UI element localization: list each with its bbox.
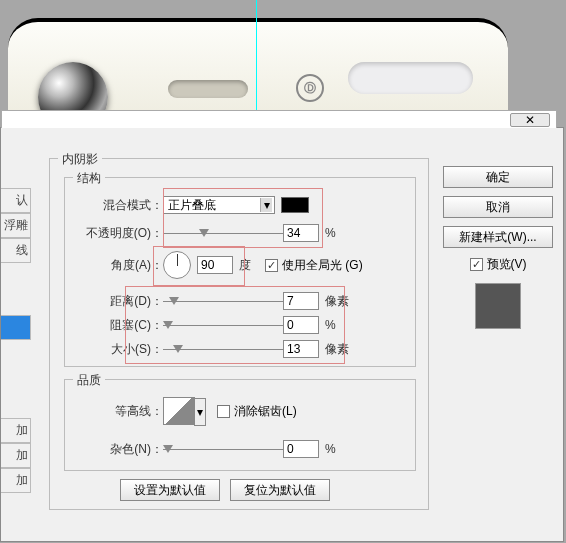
- quality-legend: 品质: [73, 372, 105, 389]
- distance-unit: 像素: [325, 293, 349, 310]
- size-slider[interactable]: [163, 341, 283, 357]
- reset-default-button[interactable]: 复位为默认值: [230, 479, 330, 501]
- anti-alias-label: 消除锯齿(L): [234, 403, 297, 420]
- preview-swatch: [475, 283, 521, 329]
- make-default-button[interactable]: 设置为默认值: [120, 479, 220, 501]
- contour-picker[interactable]: ▾: [163, 397, 195, 425]
- noise-input[interactable]: 0: [283, 440, 319, 458]
- quality-group: 品质 等高线： ▾ 消除锯齿(L) 杂色(N)： 0 %: [64, 379, 416, 471]
- choke-unit: %: [325, 318, 336, 332]
- angle-dial[interactable]: [163, 251, 191, 279]
- choke-input[interactable]: 0: [283, 316, 319, 334]
- opacity-input[interactable]: 34: [283, 224, 319, 242]
- color-swatch[interactable]: [281, 197, 309, 213]
- preview-label: 预览(V): [487, 256, 527, 273]
- size-input[interactable]: 13: [283, 340, 319, 358]
- anti-alias-checkbox[interactable]: [217, 405, 230, 418]
- angle-unit: 度: [239, 257, 251, 274]
- cancel-button[interactable]: 取消: [443, 196, 553, 218]
- angle-label: 角度(A)：: [75, 257, 163, 274]
- circle-icon: Ⓓ: [296, 74, 324, 102]
- sidebar-item[interactable]: 加: [1, 468, 31, 493]
- sidebar-item[interactable]: 认: [1, 188, 31, 213]
- global-light-checkbox[interactable]: [265, 259, 278, 272]
- opacity-slider[interactable]: [163, 225, 283, 241]
- distance-slider[interactable]: [163, 293, 283, 309]
- sidebar-item[interactable]: 加: [1, 443, 31, 468]
- noise-label: 杂色(N)：: [75, 441, 163, 458]
- sidebar-item[interactable]: 浮雕: [1, 213, 31, 238]
- inner-shadow-group: 内阴影 结构 混合模式： 正片叠底 ▾ 不透明度(O)： 34 % 角度(A)：: [49, 158, 429, 510]
- structure-group: 结构 混合模式： 正片叠底 ▾ 不透明度(O)： 34 % 角度(A)： 90 …: [64, 177, 416, 367]
- section-title: 内阴影: [58, 151, 102, 168]
- distance-input[interactable]: 7: [283, 292, 319, 310]
- oval-slot: [348, 62, 473, 94]
- choke-label: 阻塞(C)：: [75, 317, 163, 334]
- device-mockup: Ⓓ: [8, 18, 508, 123]
- opacity-label: 不透明度(O)：: [75, 225, 163, 242]
- preview-checkbox[interactable]: [470, 258, 483, 271]
- choke-slider[interactable]: [163, 317, 283, 333]
- dialog-right-column: 确定 取消 新建样式(W)... 预览(V): [443, 166, 553, 333]
- contour-label: 等高线：: [75, 403, 163, 420]
- speaker-slot: [168, 80, 248, 98]
- close-button[interactable]: ✕: [510, 113, 550, 127]
- blend-mode-value: 正片叠底: [168, 197, 216, 214]
- angle-input[interactable]: 90: [197, 256, 233, 274]
- noise-slider[interactable]: [163, 441, 283, 457]
- distance-label: 距离(D)：: [75, 293, 163, 310]
- structure-legend: 结构: [73, 170, 105, 187]
- sidebar-item-selected[interactable]: [1, 315, 31, 340]
- layer-style-dialog: ✕ 认 浮雕 线 加 加 加 内阴影 结构 混合模式： 正片叠底 ▾: [0, 127, 564, 542]
- guide-line: [256, 0, 257, 127]
- sidebar-item[interactable]: 线: [1, 238, 31, 263]
- sidebar-item[interactable]: 加: [1, 418, 31, 443]
- size-label: 大小(S)：: [75, 341, 163, 358]
- opacity-unit: %: [325, 226, 336, 240]
- blend-mode-label: 混合模式：: [75, 197, 163, 214]
- chevron-down-icon: ▾: [260, 198, 272, 212]
- ok-button[interactable]: 确定: [443, 166, 553, 188]
- new-style-button[interactable]: 新建样式(W)...: [443, 226, 553, 248]
- close-icon: ✕: [525, 113, 535, 127]
- chevron-down-icon: ▾: [194, 398, 206, 426]
- dialog-titlebar: ✕: [1, 110, 557, 128]
- noise-unit: %: [325, 442, 336, 456]
- effects-list: 认 浮雕 线 加 加 加: [1, 188, 31, 518]
- global-light-label: 使用全局光 (G): [282, 257, 363, 274]
- blend-mode-select[interactable]: 正片叠底 ▾: [163, 196, 275, 214]
- size-unit: 像素: [325, 341, 349, 358]
